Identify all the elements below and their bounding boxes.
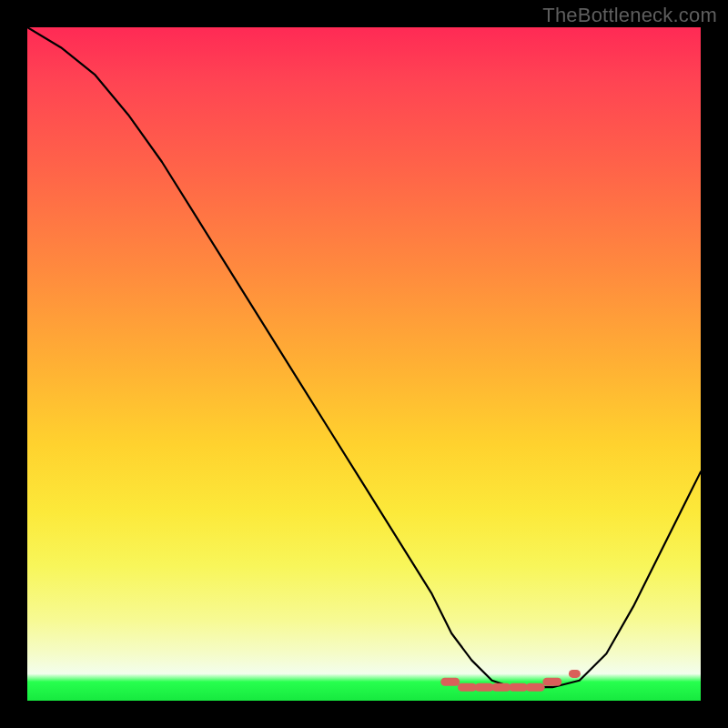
bottleneck-curve-line — [27, 27, 701, 687]
plot-area — [27, 27, 701, 701]
chart-frame: TheBottleneck.com — [0, 0, 728, 728]
curve-svg — [27, 27, 701, 701]
minimum-highlight-dashes — [445, 673, 577, 687]
watermark-text: TheBottleneck.com — [542, 4, 717, 27]
